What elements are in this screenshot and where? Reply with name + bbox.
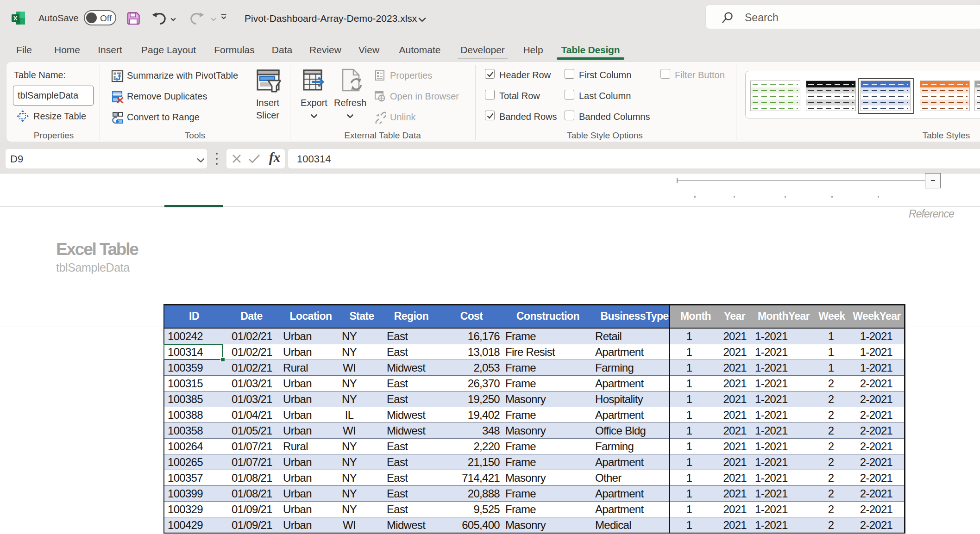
svg-text:X: X: [13, 15, 18, 22]
